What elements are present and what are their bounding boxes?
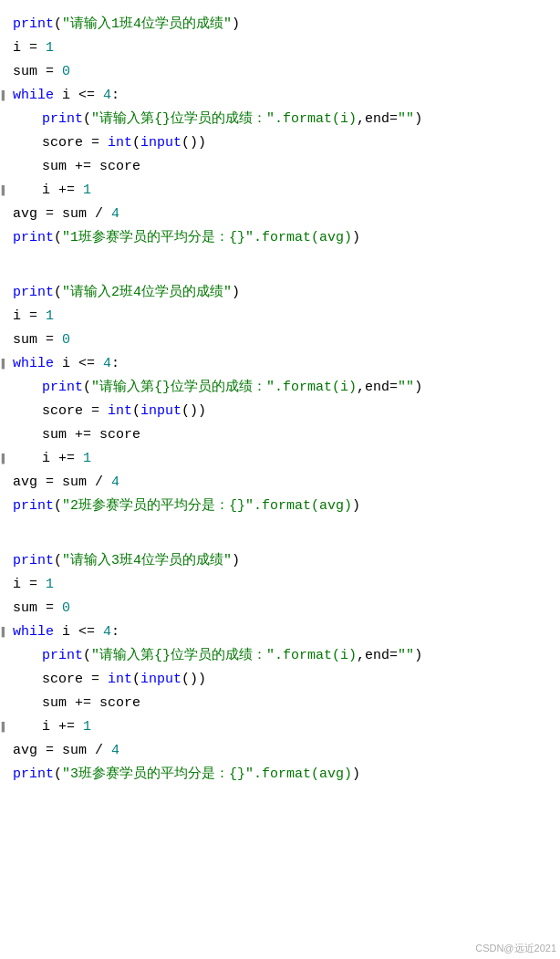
line-b1l9: avg = sum / 4 xyxy=(0,203,560,226)
line-b2l7: sum += score xyxy=(0,423,560,447)
separator-2 xyxy=(0,524,560,544)
keyword-while: while xyxy=(13,88,54,103)
line-b3l9: avg = sum / 4 xyxy=(0,739,560,763)
while-indicator: ▌ xyxy=(0,89,9,105)
line-b1l4-while: ▌ while i <= 4: xyxy=(0,84,560,108)
line-content: print("1班参赛学员的平均分是：{}".format(avg)) xyxy=(9,227,560,249)
line-b3l6: score = int(input()) xyxy=(0,668,560,692)
line-b1l3: sum = 0 xyxy=(0,60,560,84)
line-content: print("请输入1班4位学员的成绩") xyxy=(9,14,560,36)
line-content: sum += score xyxy=(9,156,560,178)
line-b3l8: ▌ i += 1 xyxy=(0,715,560,739)
line-b3l5: print("请输入第{}位学员的成绩：".format(i),end="") xyxy=(0,644,560,668)
code-block-3: print("请输入3班4位学员的成绩") i = 1 sum = 0 ▌ wh… xyxy=(0,544,560,792)
line-content: i += 1 xyxy=(9,180,560,202)
code-block-1: print("请输入1班4位学员的成绩") i = 1 sum = 0 ▌ wh… xyxy=(0,7,560,255)
line-content: sum = 0 xyxy=(9,61,560,83)
line-b2l6: score = int(input()) xyxy=(0,400,560,423)
token-func: print xyxy=(13,16,54,32)
line-b3l3: sum = 0 xyxy=(0,597,560,620)
separator-1 xyxy=(0,255,560,276)
code-container: print("请输入1班4位学员的成绩") i = 1 sum = 0 ▌ wh… xyxy=(0,0,560,799)
line-b1l8: ▌ i += 1 xyxy=(0,179,560,203)
while-end-indicator: ▌ xyxy=(0,183,9,200)
line-b2l5: print("请输入第{}位学员的成绩：".format(i),end="") xyxy=(0,376,560,400)
line-b3l10: print("3班参赛学员的平均分是：{}".format(avg)) xyxy=(0,763,560,787)
line-b2l1: print("请输入2班4位学员的成绩") xyxy=(0,281,560,305)
line-b3l4-while: ▌ while i <= 4: xyxy=(0,620,560,644)
line-content: print("请输入第{}位学员的成绩：".format(i),end="") xyxy=(9,109,560,130)
line-b3l1: print("请输入3班4位学员的成绩") xyxy=(0,549,560,573)
line-b1l7: sum += score xyxy=(0,155,560,179)
line-content: i = 1 xyxy=(9,37,560,59)
line-content: avg = sum / 4 xyxy=(9,203,560,225)
line-b1l1: print("请输入1班4位学员的成绩") xyxy=(0,13,560,36)
line-b2l4-while: ▌ while i <= 4: xyxy=(0,352,560,376)
line-b1l6: score = int(input()) xyxy=(0,131,560,155)
line-b2l3: sum = 0 xyxy=(0,328,560,352)
line-b2l9: avg = sum / 4 xyxy=(0,471,560,495)
line-content: score = int(input()) xyxy=(9,132,560,154)
code-block-2: print("请输入2班4位学员的成绩") i = 1 sum = 0 ▌ wh… xyxy=(0,276,560,524)
watermark: CSDN@远近2021 xyxy=(475,941,556,957)
line-b2l10: print("2班参赛学员的平均分是：{}".format(avg)) xyxy=(0,495,560,518)
line-b2l2: i = 1 xyxy=(0,305,560,328)
line-b3l2: i = 1 xyxy=(0,573,560,597)
line-b1l5: print("请输入第{}位学员的成绩：".format(i),end="") xyxy=(0,108,560,131)
line-b1l2: i = 1 xyxy=(0,36,560,60)
line-content: while i <= 4: xyxy=(9,85,560,107)
line-b1l10: print("1班参赛学员的平均分是：{}".format(avg)) xyxy=(0,226,560,250)
token-string: "请输入1班4位学员的成绩" xyxy=(62,16,232,32)
line-b2l8: ▌ i += 1 xyxy=(0,447,560,471)
line-b3l7: sum += score xyxy=(0,692,560,715)
